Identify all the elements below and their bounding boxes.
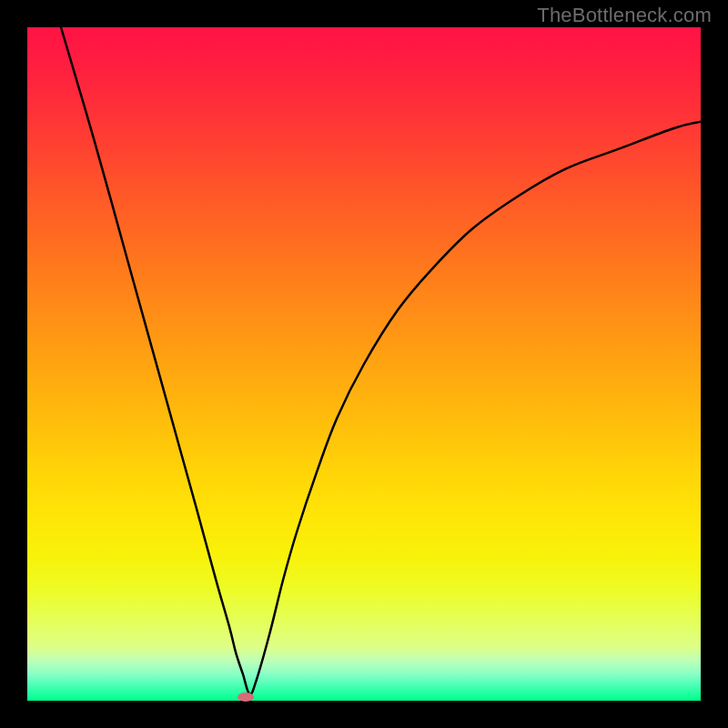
minimum-marker — [238, 693, 254, 702]
bottleneck-curve — [61, 27, 701, 694]
curve-svg — [27, 27, 701, 701]
plot-area — [27, 27, 701, 701]
watermark-text: TheBottleneck.com — [537, 4, 712, 27]
chart-container: TheBottleneck.com — [0, 0, 728, 728]
